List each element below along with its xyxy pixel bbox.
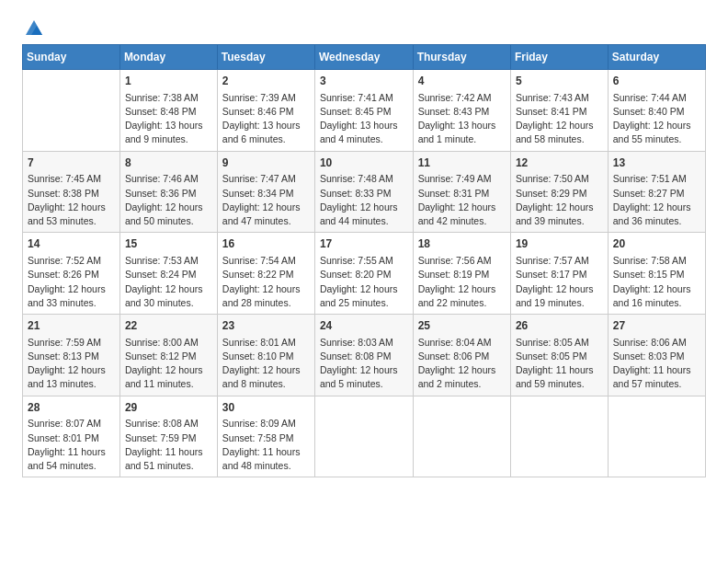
day-info: Sunrise: 7:49 AMSunset: 8:31 PMDaylight:… [418, 172, 506, 228]
calendar-cell: 18Sunrise: 7:56 AMSunset: 8:19 PMDayligh… [413, 233, 510, 315]
calendar-body: 1Sunrise: 7:38 AMSunset: 8:48 PMDaylight… [23, 70, 706, 477]
day-number: 2 [222, 74, 310, 89]
day-number: 1 [125, 74, 212, 89]
header-day-tuesday: Tuesday [217, 45, 314, 70]
calendar-week-5: 28Sunrise: 8:07 AMSunset: 8:01 PMDayligh… [23, 396, 706, 477]
calendar-cell: 22Sunrise: 8:00 AMSunset: 8:12 PMDayligh… [119, 315, 217, 396]
day-number: 28 [28, 400, 115, 416]
day-number: 5 [516, 74, 603, 89]
day-number: 20 [613, 236, 700, 252]
day-number: 4 [418, 74, 506, 89]
day-info: Sunrise: 7:57 AMSunset: 8:17 PMDaylight:… [516, 254, 603, 310]
calendar-cell: 9Sunrise: 7:47 AMSunset: 8:34 PMDaylight… [217, 151, 314, 233]
calendar-cell [413, 396, 510, 477]
calendar-cell: 3Sunrise: 7:41 AMSunset: 8:45 PMDaylight… [314, 70, 413, 152]
day-number: 26 [516, 318, 603, 334]
calendar-cell: 13Sunrise: 7:51 AMSunset: 8:27 PMDayligh… [608, 151, 705, 233]
calendar-cell: 4Sunrise: 7:42 AMSunset: 8:43 PMDaylight… [413, 70, 510, 152]
calendar-cell: 14Sunrise: 7:52 AMSunset: 8:26 PMDayligh… [23, 233, 120, 315]
day-number: 6 [613, 74, 700, 89]
header-day-monday: Monday [119, 45, 217, 70]
calendar-cell: 23Sunrise: 8:01 AMSunset: 8:10 PMDayligh… [217, 315, 314, 396]
day-info: Sunrise: 8:04 AMSunset: 8:06 PMDaylight:… [418, 336, 506, 392]
day-info: Sunrise: 7:39 AMSunset: 8:46 PMDaylight:… [222, 91, 310, 147]
calendar-header-row: SundayMondayTuesdayWednesdayThursdayFrid… [23, 45, 706, 70]
header-day-wednesday: Wednesday [314, 45, 413, 70]
calendar-week-2: 7Sunrise: 7:45 AMSunset: 8:38 PMDaylight… [23, 151, 706, 233]
day-info: Sunrise: 7:54 AMSunset: 8:22 PMDaylight:… [222, 254, 310, 310]
day-info: Sunrise: 8:01 AMSunset: 8:10 PMDaylight:… [222, 336, 310, 392]
day-info: Sunrise: 7:38 AMSunset: 8:48 PMDaylight:… [125, 91, 212, 147]
calendar-cell: 17Sunrise: 7:55 AMSunset: 8:20 PMDayligh… [314, 233, 413, 315]
page-header [22, 18, 706, 35]
day-number: 14 [28, 236, 115, 252]
day-number: 3 [320, 74, 408, 89]
day-info: Sunrise: 7:58 AMSunset: 8:15 PMDaylight:… [613, 254, 700, 310]
calendar-cell: 7Sunrise: 7:45 AMSunset: 8:38 PMDaylight… [23, 151, 120, 233]
day-number: 11 [418, 155, 506, 171]
calendar-cell: 2Sunrise: 7:39 AMSunset: 8:46 PMDaylight… [217, 70, 314, 152]
day-number: 10 [320, 155, 408, 171]
day-number: 27 [613, 318, 700, 334]
header-day-thursday: Thursday [413, 45, 510, 70]
day-number: 29 [125, 400, 212, 416]
logo-icon [24, 18, 44, 39]
day-info: Sunrise: 7:46 AMSunset: 8:36 PMDaylight:… [125, 172, 212, 228]
day-number: 17 [320, 236, 408, 252]
calendar-cell: 28Sunrise: 8:07 AMSunset: 8:01 PMDayligh… [23, 396, 120, 477]
day-number: 25 [418, 318, 506, 334]
day-info: Sunrise: 7:47 AMSunset: 8:34 PMDaylight:… [222, 172, 310, 228]
calendar-cell: 19Sunrise: 7:57 AMSunset: 8:17 PMDayligh… [510, 233, 608, 315]
day-info: Sunrise: 7:55 AMSunset: 8:20 PMDaylight:… [320, 254, 408, 310]
calendar-cell: 29Sunrise: 8:08 AMSunset: 7:59 PMDayligh… [119, 396, 217, 477]
day-info: Sunrise: 8:08 AMSunset: 7:59 PMDaylight:… [125, 417, 212, 473]
calendar-week-4: 21Sunrise: 7:59 AMSunset: 8:13 PMDayligh… [23, 315, 706, 396]
calendar-cell: 24Sunrise: 8:03 AMSunset: 8:08 PMDayligh… [314, 315, 413, 396]
calendar-cell: 8Sunrise: 7:46 AMSunset: 8:36 PMDaylight… [119, 151, 217, 233]
day-number: 30 [222, 400, 310, 416]
calendar-cell: 6Sunrise: 7:44 AMSunset: 8:40 PMDaylight… [608, 70, 705, 152]
day-info: Sunrise: 8:05 AMSunset: 8:05 PMDaylight:… [516, 336, 603, 392]
day-info: Sunrise: 8:07 AMSunset: 8:01 PMDaylight:… [28, 417, 115, 473]
header-day-friday: Friday [510, 45, 608, 70]
calendar-week-3: 14Sunrise: 7:52 AMSunset: 8:26 PMDayligh… [23, 233, 706, 315]
day-number: 13 [613, 155, 700, 171]
day-number: 15 [125, 236, 212, 252]
day-info: Sunrise: 7:43 AMSunset: 8:41 PMDaylight:… [516, 91, 603, 147]
calendar-cell: 20Sunrise: 7:58 AMSunset: 8:15 PMDayligh… [608, 233, 705, 315]
day-number: 12 [516, 155, 603, 171]
day-info: Sunrise: 7:48 AMSunset: 8:33 PMDaylight:… [320, 172, 408, 228]
calendar-cell: 15Sunrise: 7:53 AMSunset: 8:24 PMDayligh… [119, 233, 217, 315]
calendar-cell [314, 396, 413, 477]
day-info: Sunrise: 7:52 AMSunset: 8:26 PMDaylight:… [28, 254, 115, 310]
calendar-week-1: 1Sunrise: 7:38 AMSunset: 8:48 PMDaylight… [23, 70, 706, 152]
calendar-table: SundayMondayTuesdayWednesdayThursdayFrid… [22, 44, 706, 477]
calendar-cell: 10Sunrise: 7:48 AMSunset: 8:33 PMDayligh… [314, 151, 413, 233]
day-number: 8 [125, 155, 212, 171]
calendar-cell: 21Sunrise: 7:59 AMSunset: 8:13 PMDayligh… [23, 315, 120, 396]
day-info: Sunrise: 7:50 AMSunset: 8:29 PMDaylight:… [516, 172, 603, 228]
day-info: Sunrise: 7:41 AMSunset: 8:45 PMDaylight:… [320, 91, 408, 147]
calendar-cell: 5Sunrise: 7:43 AMSunset: 8:41 PMDaylight… [510, 70, 608, 152]
day-info: Sunrise: 8:09 AMSunset: 7:58 PMDaylight:… [222, 417, 310, 473]
day-number: 7 [28, 155, 115, 171]
calendar-cell: 26Sunrise: 8:05 AMSunset: 8:05 PMDayligh… [510, 315, 608, 396]
calendar-cell: 12Sunrise: 7:50 AMSunset: 8:29 PMDayligh… [510, 151, 608, 233]
day-info: Sunrise: 7:45 AMSunset: 8:38 PMDaylight:… [28, 172, 115, 228]
header-day-sunday: Sunday [23, 45, 120, 70]
calendar-cell: 25Sunrise: 8:04 AMSunset: 8:06 PMDayligh… [413, 315, 510, 396]
calendar-cell: 27Sunrise: 8:06 AMSunset: 8:03 PMDayligh… [608, 315, 705, 396]
calendar-cell: 1Sunrise: 7:38 AMSunset: 8:48 PMDaylight… [119, 70, 217, 152]
day-number: 23 [222, 318, 310, 334]
day-number: 18 [418, 236, 506, 252]
day-number: 16 [222, 236, 310, 252]
day-info: Sunrise: 7:53 AMSunset: 8:24 PMDaylight:… [125, 254, 212, 310]
day-info: Sunrise: 8:00 AMSunset: 8:12 PMDaylight:… [125, 336, 212, 392]
calendar-cell: 11Sunrise: 7:49 AMSunset: 8:31 PMDayligh… [413, 151, 510, 233]
day-number: 24 [320, 318, 408, 334]
header-day-saturday: Saturday [608, 45, 705, 70]
calendar-cell [23, 70, 120, 152]
day-info: Sunrise: 7:56 AMSunset: 8:19 PMDaylight:… [418, 254, 506, 310]
day-number: 9 [222, 155, 310, 171]
calendar-cell: 16Sunrise: 7:54 AMSunset: 8:22 PMDayligh… [217, 233, 314, 315]
